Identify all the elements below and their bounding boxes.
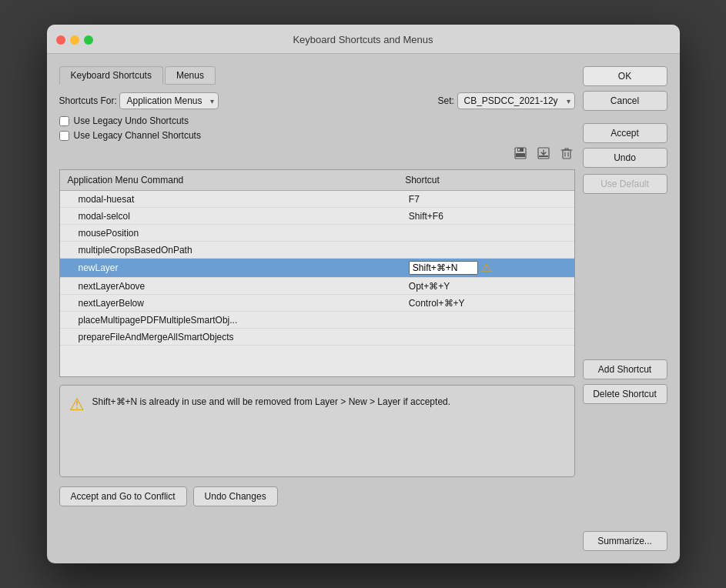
table-row[interactable]: mousePosition xyxy=(60,225,574,242)
table-row[interactable]: placeMultipagePDFMultipleSmartObj... xyxy=(60,312,574,329)
conflict-message-box: ⚠ Shift+⌘+N is already in use and will b… xyxy=(59,385,575,477)
warning-icon: ⚠ xyxy=(481,261,491,275)
main-window: Keyboard Shortcuts and Menus Keyboard Sh… xyxy=(47,25,680,563)
shortcut-input-field[interactable] xyxy=(409,261,478,275)
command-cell: prepareFileAndMergeAllSmartObjects xyxy=(60,331,401,343)
bottom-buttons: Accept and Go to Conflict Undo Changes xyxy=(59,486,575,506)
window-body: Keyboard Shortcuts Menus Shortcuts For: … xyxy=(47,54,680,563)
cancel-button[interactable]: Cancel xyxy=(583,91,667,111)
table-row[interactable]: nextLayerAbove Opt+⌘+Y xyxy=(60,278,574,295)
tabs-row: Keyboard Shortcuts Menus xyxy=(59,66,575,85)
command-cell: nextLayerAbove xyxy=(60,280,401,292)
shortcut-cell: F7 xyxy=(401,193,574,205)
shortcut-cell: Opt+⌘+Y xyxy=(401,280,574,292)
shortcuts-for-label: Shortcuts For: xyxy=(59,95,117,106)
accept-button[interactable]: Accept xyxy=(583,123,667,143)
ok-cancel-buttons: OK Cancel xyxy=(583,66,667,111)
use-default-button[interactable]: Use Default xyxy=(583,174,667,194)
accept-conflict-button[interactable]: Accept and Go to Conflict xyxy=(59,486,187,506)
command-cell: modal-selcol xyxy=(60,210,401,222)
delete-set-button[interactable] xyxy=(558,145,575,165)
table-row[interactable]: prepareFileAndMergeAllSmartObjects xyxy=(60,329,574,346)
conflict-message-text: Shift+⌘+N is already in use and will be … xyxy=(92,395,451,467)
load-from-disk-button[interactable] xyxy=(535,145,552,165)
summarize-button[interactable]: Summarize... xyxy=(583,531,667,551)
shortcuts-for-dropdown-wrapper: Application Menus Tool List Panel Menus xyxy=(119,92,219,109)
command-cell: modal-huesat xyxy=(60,193,401,205)
checkbox-legacy-undo-input[interactable] xyxy=(59,116,69,126)
command-cell: placeMultipagePDFMultipleSmartObj... xyxy=(60,314,401,326)
shortcut-cell xyxy=(401,336,574,338)
checkbox-legacy-undo: Use Legacy Undo Shortcuts xyxy=(59,115,575,126)
tab-keyboard-shortcuts[interactable]: Keyboard Shortcuts xyxy=(59,66,163,85)
traffic-lights xyxy=(56,35,93,45)
maximize-button[interactable] xyxy=(84,35,93,45)
svg-rect-5 xyxy=(539,155,548,157)
ok-button[interactable]: OK xyxy=(583,66,667,86)
title-bar: Keyboard Shortcuts and Menus xyxy=(47,25,680,54)
table-body: modal-huesat F7 modal-selcol Shift+F6 mo… xyxy=(60,191,574,376)
table-row[interactable]: modal-huesat F7 xyxy=(60,191,574,208)
tab-menus[interactable]: Menus xyxy=(165,66,216,85)
set-dropdown[interactable]: CB_PSDCC_2021-12y xyxy=(457,92,575,109)
command-cell: newLayer xyxy=(60,262,401,274)
shortcuts-for-dropdown[interactable]: Application Menus Tool List Panel Menus xyxy=(119,92,219,109)
undo-button[interactable]: Undo xyxy=(583,148,667,168)
table-row-selected[interactable]: newLayer ⚠ xyxy=(60,259,574,278)
svg-rect-6 xyxy=(563,150,570,159)
minimize-button[interactable] xyxy=(70,35,79,45)
shortcut-cell xyxy=(401,249,574,251)
table-row[interactable]: nextLayerBelow Control+⌘+Y xyxy=(60,295,574,312)
close-button[interactable] xyxy=(56,35,65,45)
shortcut-cell: Shift+F6 xyxy=(401,210,574,222)
window-title: Keyboard Shortcuts and Menus xyxy=(293,34,433,45)
table-row[interactable]: modal-selcol Shift+F6 xyxy=(60,208,574,225)
shortcut-cell xyxy=(401,232,574,234)
table-row[interactable]: multipleCropsBasedOnPath xyxy=(60,242,574,259)
checkbox-legacy-undo-label: Use Legacy Undo Shortcuts xyxy=(74,115,189,126)
shortcut-cell-editing[interactable]: ⚠ xyxy=(401,260,574,276)
shortcuts-table: Application Menu Command Shortcut modal-… xyxy=(59,169,575,377)
conflict-warning-icon: ⚠ xyxy=(69,395,85,467)
checkbox-legacy-channel-label: Use Legacy Channel Shortcuts xyxy=(74,130,201,141)
svg-rect-3 xyxy=(518,149,520,151)
main-panel: Keyboard Shortcuts Menus Shortcuts For: … xyxy=(59,66,575,551)
shortcut-cell: Control+⌘+Y xyxy=(401,297,574,309)
undo-changes-button[interactable]: Undo Changes xyxy=(193,486,278,506)
side-panel: OK Cancel Accept Undo Use Default Add Sh… xyxy=(583,66,667,551)
set-dropdown-wrapper: CB_PSDCC_2021-12y xyxy=(457,92,575,109)
command-cell: nextLayerBelow xyxy=(60,297,401,309)
checkbox-legacy-channel-input[interactable] xyxy=(59,131,69,141)
top-controls-row: Shortcuts For: Application Menus Tool Li… xyxy=(59,92,575,109)
delete-shortcut-button[interactable]: Delete Shortcut xyxy=(583,384,667,404)
table-header: Application Menu Command Shortcut xyxy=(60,170,574,191)
command-cell: multipleCropsBasedOnPath xyxy=(60,244,401,256)
command-cell: mousePosition xyxy=(60,227,401,239)
shortcut-cell xyxy=(401,319,574,321)
add-shortcut-button[interactable]: Add Shortcut xyxy=(583,359,667,379)
icon-toolbar xyxy=(59,145,575,165)
col-header-command: Application Menu Command xyxy=(60,173,398,187)
save-to-disk-button[interactable] xyxy=(512,145,529,165)
checkbox-legacy-channel: Use Legacy Channel Shortcuts xyxy=(59,130,575,141)
svg-rect-2 xyxy=(516,153,525,157)
col-header-shortcut: Shortcut xyxy=(397,173,574,187)
set-label: Set: xyxy=(438,95,454,106)
